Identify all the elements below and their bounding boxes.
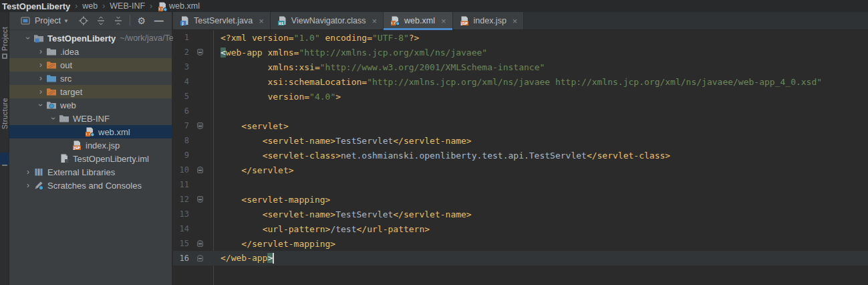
line-number: 6 [173, 106, 190, 116]
tree-item-scratches-and-consoles[interactable]: ›Scratches and Consoles [9, 179, 172, 192]
code-line-13[interactable]: 13 <servlet-name>TestServlet</servlet-na… [173, 207, 868, 221]
folder-web-icon [46, 100, 57, 110]
folder-source-icon [46, 73, 57, 84]
code-line-1[interactable]: 1<?xml version="1.0" encoding="UTF-8"?> [173, 30, 868, 45]
breadcrumb-separator-icon: › [75, 1, 78, 11]
tree-item-label: out [60, 60, 72, 70]
line-number: 7 [173, 121, 190, 130]
fold-region-start-icon[interactable] [197, 196, 203, 203]
svg-text:JSP: JSP [73, 146, 80, 151]
chevron-collapsed-icon[interactable]: › [35, 61, 46, 69]
breadcrumb-separator-icon: › [150, 1, 152, 11]
tree-item-label: .idea [60, 47, 79, 57]
expand-all-button[interactable] [96, 15, 106, 26]
tab-index-jsp[interactable]: JSPindex.jsp× [453, 12, 525, 29]
chevron-expanded-icon[interactable]: › [37, 100, 45, 110]
fold-region-end-icon[interactable] [197, 240, 203, 247]
tree-item-web-xml[interactable]: web.xml [9, 125, 172, 138]
fold-region-start-icon[interactable] [197, 49, 203, 56]
code-line-3[interactable]: 3 xmlns:xsi="http://www.w3.org/2001/XMLS… [173, 60, 868, 74]
breadcrumb-item-web-xml[interactable]: web.xml [157, 1, 200, 11]
breadcrumb-item-web-inf[interactable]: WEB-INF [110, 1, 145, 11]
tree-item-testopenliberty-iml[interactable]: TestOpenLiberty.iml [9, 152, 172, 165]
chevron-expanded-icon[interactable]: › [49, 113, 57, 124]
breadcrumb-item-web[interactable]: web [82, 1, 98, 11]
tab-testservlet-java[interactable]: JTestServlet.java× [173, 12, 271, 29]
tree-item-web-inf[interactable]: ›WEB-INF [9, 112, 172, 125]
code-text: <servlet-class>net.oshmianski.openlibert… [206, 151, 670, 161]
tab-label: TestServlet.java [194, 16, 253, 25]
code-line-6[interactable]: 6 [173, 104, 868, 118]
chevron-collapsed-icon[interactable]: › [23, 168, 33, 176]
gear-icon[interactable]: ⚙ [136, 15, 147, 26]
stripe-tab-structure[interactable]: Structure [1, 98, 9, 129]
tree-item-testopenliberty[interactable]: ›TestOpenLiberty~/work/java/Te [9, 31, 172, 45]
close-icon[interactable]: × [513, 17, 518, 25]
code-text: xmlns:xsi="http://www.w3.org/2001/XMLSch… [206, 62, 545, 72]
code-line-15[interactable]: 15 </servlet-mapping> [173, 236, 868, 251]
close-icon[interactable]: × [372, 17, 377, 25]
libraries-icon [33, 167, 44, 177]
collapse-all-button[interactable] [113, 15, 124, 26]
chevron-collapsed-icon[interactable]: › [35, 88, 46, 96]
fold-region-start-icon[interactable] [197, 122, 203, 129]
code-line-4[interactable]: 4 xsi:schemaLocation="http://xmlns.jcp.o… [173, 74, 868, 89]
line-number: 3 [173, 62, 190, 72]
code-line-14[interactable]: 14 <url-pattern>/test</url-pattern> [173, 221, 868, 236]
chevron-down-icon[interactable]: ▼ [63, 18, 69, 24]
code-line-16[interactable]: 16</web-app> [173, 251, 868, 266]
line-number: 8 [173, 136, 190, 145]
svg-text:01: 01 [279, 21, 284, 25]
chevron-expanded-icon[interactable]: › [24, 33, 32, 43]
tree-item-src[interactable]: ›src [9, 72, 172, 85]
tree-item-label: TestOpenLiberty [47, 33, 116, 43]
chevron-collapsed-icon[interactable]: › [35, 48, 46, 56]
webxml-icon [84, 126, 95, 137]
tab-label: web.xml [404, 16, 435, 25]
tab-web-xml[interactable]: web.xml× [384, 12, 452, 29]
line-number: 16 [173, 254, 190, 263]
code-line-2[interactable]: 2<web-app xmlns="http://xmlns.jcp.org/xm… [173, 45, 868, 60]
breadcrumb-label: WEB-INF [110, 1, 145, 11]
code-line-9[interactable]: 9 <servlet-class>net.oshmianski.openlibe… [173, 148, 868, 163]
tool-window-stripe: Project Structure [0, 12, 9, 285]
close-icon[interactable]: × [259, 17, 264, 25]
breadcrumb-label: web.xml [169, 1, 200, 11]
chevron-collapsed-icon[interactable]: › [23, 181, 33, 189]
code-line-7[interactable]: 7 <servlet> [173, 118, 868, 133]
scratches-icon [33, 180, 44, 191]
code-line-5[interactable]: 5 version="4.0"> [173, 89, 868, 104]
project-view-selector[interactable]: Project [35, 16, 61, 25]
line-number: 2 [173, 48, 190, 57]
breadcrumb-item-testopenliberty[interactable]: TestOpenLiberty [2, 1, 70, 11]
code-line-8[interactable]: 8 <servlet-name>TestServlet</servlet-nam… [173, 133, 868, 148]
tree-item-label: Scratches and Consoles [47, 181, 142, 191]
code-line-12[interactable]: 12 <servlet-mapping> [173, 192, 868, 207]
tree-item-target[interactable]: ›target [9, 85, 172, 98]
code-line-10[interactable]: 10 </servlet> [173, 163, 868, 177]
code-text: version="4.0"> [206, 92, 341, 102]
tree-item-idea[interactable]: ›.idea [9, 45, 172, 58]
webxml-icon [157, 1, 166, 11]
fold-region-end-icon[interactable] [197, 255, 203, 262]
tree-item-label: WEB-INF [73, 114, 110, 124]
fold-region-end-icon[interactable] [197, 167, 203, 173]
code-text: <web-app xmlns="http://xmlns.jcp.org/xml… [206, 48, 487, 58]
breadcrumb-label: TestOpenLiberty [2, 1, 70, 11]
code-editor[interactable]: 1<?xml version="1.0" encoding="UTF-8"?>2… [173, 30, 868, 266]
tree-item-label: index.jsp [86, 140, 120, 151]
tree-item-external-libraries[interactable]: ›External Libraries [9, 165, 172, 179]
stripe-tab-project[interactable]: Project [1, 27, 9, 51]
chevron-collapsed-icon[interactable]: › [35, 74, 46, 82]
close-icon[interactable]: × [441, 17, 446, 25]
code-text: </servlet-mapping> [206, 239, 335, 249]
locate-file-button[interactable] [78, 15, 89, 26]
tree-item-path: ~/work/java/Te [120, 33, 173, 43]
hide-panel-button[interactable]: — [154, 15, 164, 26]
line-number: 5 [173, 92, 190, 101]
tree-item-out[interactable]: ›out [9, 58, 172, 72]
code-line-11[interactable]: 11 [173, 177, 868, 192]
tree-item-web[interactable]: ›web [9, 98, 172, 112]
tab-viewnavigator-class[interactable]: 01ViewNavigator.class× [271, 12, 384, 29]
tree-item-index-jsp[interactable]: JSPindex.jsp [9, 138, 172, 152]
